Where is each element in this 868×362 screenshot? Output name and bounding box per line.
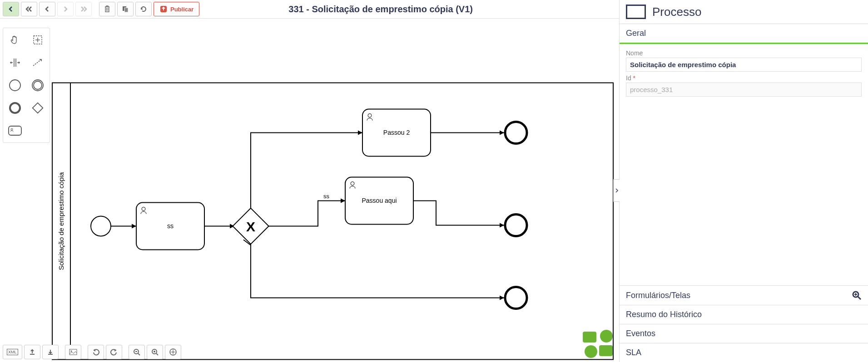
last-button[interactable] — [75, 2, 92, 16]
id-input — [626, 83, 862, 97]
spacer — [29, 122, 47, 140]
top-toolbar: Publicar 331 - Solicitação de emprestimo… — [0, 0, 619, 19]
svg-rect-35 — [583, 332, 596, 342]
collapse-side-handle[interactable] — [613, 179, 620, 202]
hand-tool-icon[interactable] — [6, 31, 24, 49]
bottom-toolbar: XML — [3, 345, 181, 359]
svg-line-53 — [858, 297, 861, 299]
tool-palette — [3, 28, 50, 143]
id-label: Id * — [626, 74, 862, 82]
xml-button[interactable]: XML — [3, 345, 22, 359]
space-tool-icon[interactable] — [6, 54, 24, 72]
flow-start-ss[interactable] — [111, 224, 136, 229]
download-button[interactable] — [42, 345, 59, 359]
svg-line-42 — [138, 353, 140, 355]
zoom-out-button[interactable] — [129, 345, 145, 359]
publish-label: Publicar — [170, 6, 193, 13]
svg-point-10 — [34, 81, 42, 89]
flow-gw-end3[interactable] — [251, 244, 504, 300]
svg-marker-33 — [500, 223, 504, 228]
zoom-fit-button[interactable] — [165, 345, 181, 359]
share-icon — [159, 5, 168, 13]
svg-marker-25 — [358, 131, 362, 135]
properties-panel: Processo Geral Nome Id * Formulários/Tel… — [619, 0, 868, 362]
task-passouaqui[interactable]: Passou aqui — [345, 177, 413, 225]
svg-marker-34 — [500, 296, 504, 300]
refresh-button[interactable] — [135, 2, 152, 16]
svg-marker-18 — [132, 224, 136, 229]
flow-passouaqui-end[interactable] — [413, 201, 504, 228]
task-ss-label: ss — [167, 222, 174, 230]
bpmn-canvas[interactable]: Solicitação de emprestimo cópia ss — [0, 19, 619, 362]
section-geral[interactable]: Geral — [620, 24, 868, 44]
flow-gw-passouaqui[interactable]: ss — [268, 193, 345, 226]
section-formularios[interactable]: Formulários/Telas — [620, 285, 868, 305]
svg-point-8 — [10, 80, 20, 91]
svg-line-45 — [156, 353, 158, 355]
svg-rect-12 — [33, 103, 43, 113]
svg-marker-30 — [341, 199, 345, 203]
end-event-1[interactable] — [505, 122, 527, 144]
undo-button[interactable] — [88, 345, 104, 359]
connection-tool-icon[interactable] — [29, 54, 47, 72]
nome-input[interactable] — [626, 58, 862, 72]
side-title: Processo — [652, 5, 701, 19]
end-event-3[interactable] — [505, 287, 527, 309]
zoom-in-button[interactable] — [147, 345, 163, 359]
nome-label: Nome — [626, 49, 862, 57]
svg-point-36 — [600, 330, 613, 342]
first-button[interactable] — [21, 2, 37, 16]
delete-button[interactable] — [99, 2, 115, 16]
copy-button[interactable] — [117, 2, 134, 16]
task-passouaqui-label: Passou aqui — [362, 197, 397, 204]
upload-button[interactable] — [24, 345, 40, 359]
lasso-tool-icon[interactable] — [29, 31, 47, 49]
task-passou2-label: Passou 2 — [383, 129, 410, 136]
prev-button[interactable] — [39, 2, 55, 16]
gateway-tool-icon[interactable] — [29, 99, 47, 117]
svg-rect-13 — [9, 126, 21, 135]
svg-point-51 — [172, 352, 174, 353]
task-tool-icon[interactable] — [6, 122, 24, 140]
section-formularios-label: Formulários/Telas — [626, 291, 690, 300]
page-title: 331 - Solicitação de emprestimo cópia (V… — [201, 4, 560, 15]
publish-button[interactable]: Publicar — [154, 2, 199, 16]
start-event-tool-icon[interactable] — [6, 76, 24, 94]
task-ss[interactable]: ss — [136, 203, 204, 250]
image-button[interactable] — [65, 345, 81, 359]
redo-button[interactable] — [106, 345, 122, 359]
end-event-2[interactable] — [505, 215, 527, 236]
pool-label: Solicitação de emprestimo cópia — [57, 172, 65, 270]
flow-ss-gateway[interactable] — [204, 224, 234, 229]
gateway-marker: X — [246, 219, 255, 234]
svg-marker-29 — [500, 131, 504, 135]
svg-point-40 — [70, 351, 72, 352]
section-eventos[interactable]: Eventos — [620, 324, 868, 343]
process-icon — [626, 5, 646, 19]
gateway[interactable]: X — [233, 208, 268, 245]
next-button[interactable] — [57, 2, 74, 16]
start-event[interactable] — [91, 216, 111, 236]
flow-ss-label: ss — [323, 193, 330, 200]
back-button[interactable] — [3, 2, 19, 16]
svg-point-14 — [11, 128, 13, 130]
svg-point-37 — [585, 345, 597, 358]
intermediate-event-tool-icon[interactable] — [29, 76, 47, 94]
end-event-tool-icon[interactable] — [6, 99, 24, 117]
section-resumo[interactable]: Resumo do Histórico — [620, 305, 868, 324]
task-passou2[interactable]: Passou 2 — [362, 109, 431, 157]
bpmn-logo-icon — [580, 329, 616, 359]
flow-passou2-end[interactable] — [431, 131, 504, 135]
section-sla[interactable]: SLA — [620, 343, 868, 362]
svg-point-11 — [10, 103, 20, 113]
magnify-icon[interactable] — [852, 290, 862, 300]
svg-rect-1 — [124, 8, 128, 12]
svg-rect-38 — [599, 345, 613, 356]
